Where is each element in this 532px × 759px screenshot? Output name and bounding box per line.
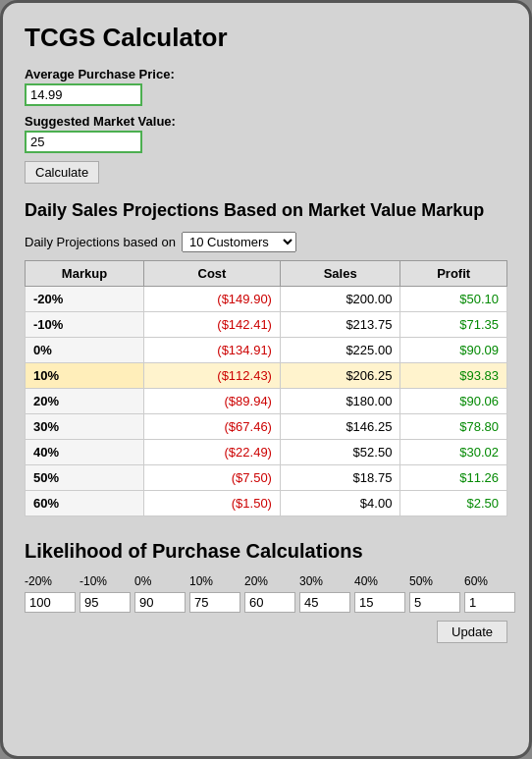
cell-cost: ($22.49) — [143, 440, 280, 465]
cell-profit: $90.06 — [400, 389, 507, 414]
likelihood-inputs-row — [25, 592, 507, 613]
market-value-label: Suggested Market Value: — [25, 114, 507, 129]
cell-profit: $71.35 — [400, 312, 507, 338]
cell-markup: 30% — [26, 414, 144, 440]
likelihood-label: 60% — [464, 574, 519, 588]
cell-cost: ($149.90) — [143, 287, 280, 312]
likelihood-input[interactable] — [134, 592, 186, 613]
likelihood-label: 30% — [299, 574, 354, 588]
cell-markup: 60% — [26, 491, 144, 516]
likelihood-label: 50% — [409, 574, 464, 588]
table-row: -10%($142.41)$213.75$71.35 — [26, 312, 507, 338]
cell-profit: $93.83 — [400, 363, 507, 389]
cell-sales: $52.50 — [280, 440, 399, 465]
calculate-button[interactable]: Calculate — [25, 161, 99, 184]
cell-markup: 20% — [26, 389, 144, 414]
cell-profit: $30.02 — [400, 440, 507, 465]
cell-cost: ($67.46) — [143, 414, 280, 440]
market-value-input[interactable] — [25, 131, 142, 153]
likelihood-input[interactable] — [354, 592, 405, 613]
table-row: 40%($22.49)$52.50$30.02 — [26, 440, 507, 465]
cell-cost: ($89.94) — [143, 389, 280, 414]
likelihood-section: -20%-10%0%10%20%30%40%50%60% Update — [25, 574, 507, 643]
cell-cost: ($7.50) — [143, 465, 280, 491]
cell-cost: ($134.91) — [143, 338, 280, 363]
col-header-markup: Markup — [26, 261, 144, 287]
likelihood-label: -10% — [80, 574, 134, 588]
likelihood-labels-row: -20%-10%0%10%20%30%40%50%60% — [25, 574, 507, 588]
likelihood-input[interactable] — [299, 592, 350, 613]
likelihood-input[interactable] — [244, 592, 295, 613]
projections-heading: Daily Sales Projections Based on Market … — [25, 199, 507, 222]
col-header-sales: Sales — [280, 261, 399, 287]
likelihood-label: -20% — [25, 574, 80, 588]
cell-markup: 40% — [26, 440, 144, 465]
cell-sales: $146.25 — [280, 414, 399, 440]
cell-profit: $11.26 — [400, 465, 507, 491]
projections-based-on-text: Daily Projections based on — [25, 235, 176, 249]
cell-markup: -20% — [26, 287, 144, 312]
likelihood-label: 10% — [189, 574, 244, 588]
table-row: 0%($134.91)$225.00$90.09 — [26, 338, 507, 363]
cell-markup: 10% — [26, 363, 144, 389]
table-row: 20%($89.94)$180.00$90.06 — [26, 389, 507, 414]
update-row: Update — [25, 621, 507, 643]
customers-select[interactable]: 10 Customers 20 Customers 50 Customers 1… — [182, 232, 296, 252]
likelihood-heading: Likelihood of Purchase Calculations — [25, 540, 507, 563]
cell-sales: $206.25 — [280, 363, 399, 389]
likelihood-label: 40% — [354, 574, 409, 588]
cell-markup: 0% — [26, 338, 144, 363]
calculator-card: TCGS Calculator Average Purchase Price: … — [0, 0, 532, 759]
cell-cost: ($142.41) — [143, 312, 280, 338]
cell-sales: $200.00 — [280, 287, 399, 312]
likelihood-input[interactable] — [80, 592, 131, 613]
likelihood-label: 20% — [244, 574, 299, 588]
avg-price-input[interactable] — [25, 83, 142, 106]
avg-price-label: Average Purchase Price: — [25, 67, 507, 81]
likelihood-label: 0% — [134, 574, 189, 588]
projections-table: Markup Cost Sales Profit -20%($149.90)$2… — [25, 260, 507, 516]
likelihood-input[interactable] — [409, 592, 460, 613]
col-header-cost: Cost — [143, 261, 280, 287]
col-header-profit: Profit — [400, 261, 507, 287]
cell-markup: 50% — [26, 465, 144, 491]
likelihood-input[interactable] — [189, 592, 240, 613]
cell-sales: $225.00 — [280, 338, 399, 363]
cell-profit: $78.80 — [400, 414, 507, 440]
table-row: -20%($149.90)$200.00$50.10 — [26, 287, 507, 312]
update-button[interactable]: Update — [437, 621, 507, 643]
table-row: 10%($112.43)$206.25$93.83 — [26, 363, 507, 389]
cell-markup: -10% — [26, 312, 144, 338]
cell-cost: ($112.43) — [143, 363, 280, 389]
cell-profit: $2.50 — [400, 491, 507, 516]
cell-sales: $213.75 — [280, 312, 399, 338]
cell-sales: $18.75 — [280, 465, 399, 491]
projections-label-row: Daily Projections based on 10 Customers … — [25, 232, 507, 252]
likelihood-input[interactable] — [25, 592, 76, 613]
cell-sales: $180.00 — [280, 389, 399, 414]
page-title: TCGS Calculator — [25, 23, 507, 53]
table-row: 50%($7.50)$18.75$11.26 — [26, 465, 507, 491]
cell-profit: $50.10 — [400, 287, 507, 312]
table-row: 30%($67.46)$146.25$78.80 — [26, 414, 507, 440]
cell-profit: $90.09 — [400, 338, 507, 363]
likelihood-input[interactable] — [464, 592, 515, 613]
cell-cost: ($1.50) — [143, 491, 280, 516]
cell-sales: $4.00 — [280, 491, 399, 516]
table-row: 60%($1.50)$4.00$2.50 — [26, 491, 507, 516]
